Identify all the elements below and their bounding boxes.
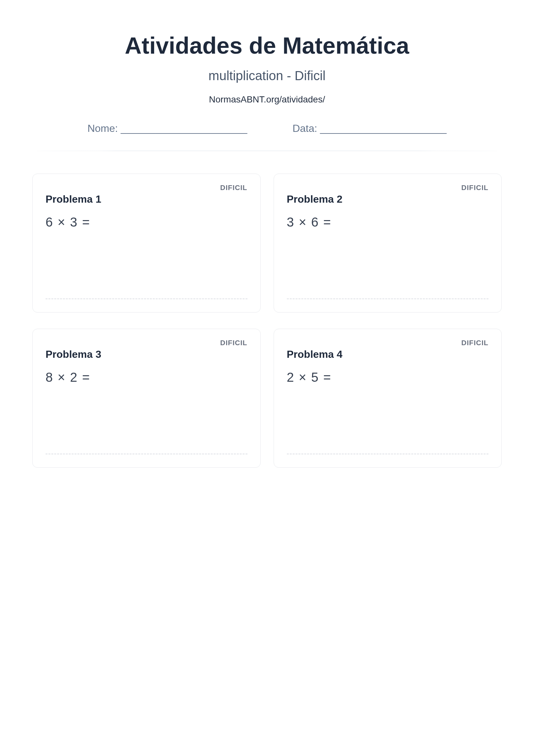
problem-label: Problema 3 xyxy=(45,348,247,361)
problem-label: Problema 2 xyxy=(287,193,489,205)
problem-card: DIFICIL Problema 1 6 × 3 = xyxy=(32,174,261,312)
student-info-row: Nome: ______________________ Data: _____… xyxy=(29,122,505,134)
problem-equation: 3 × 6 = xyxy=(287,215,489,230)
name-field: Nome: ______________________ xyxy=(88,122,247,134)
difficulty-badge: DIFICIL xyxy=(220,339,247,347)
problems-grid: DIFICIL Problema 1 6 × 3 = DIFICIL Probl… xyxy=(29,174,505,468)
problem-equation: 6 × 3 = xyxy=(45,215,247,230)
header-divider xyxy=(29,150,505,151)
problem-equation: 8 × 2 = xyxy=(45,370,247,385)
difficulty-badge: DIFICIL xyxy=(461,184,489,192)
answer-line xyxy=(45,453,247,454)
answer-line xyxy=(287,298,489,299)
source-url: NormasABNT.org/atividades/ xyxy=(29,94,505,105)
problem-label: Problema 4 xyxy=(287,348,489,361)
page-subtitle: multiplication - Dificil xyxy=(29,68,505,83)
answer-line xyxy=(45,298,247,299)
problem-card: DIFICIL Problema 2 3 × 6 = xyxy=(274,174,502,312)
difficulty-badge: DIFICIL xyxy=(461,339,489,347)
problem-card: DIFICIL Problema 4 2 × 5 = xyxy=(274,329,502,468)
date-field: Data: ______________________ xyxy=(292,122,446,134)
problem-card: DIFICIL Problema 3 8 × 2 = xyxy=(32,329,261,468)
problem-equation: 2 × 5 = xyxy=(287,370,489,385)
worksheet-header: Atividades de Matemática multiplication … xyxy=(29,32,505,134)
answer-line xyxy=(287,453,489,454)
page-title: Atividades de Matemática xyxy=(29,32,505,59)
difficulty-badge: DIFICIL xyxy=(220,184,247,192)
problem-label: Problema 1 xyxy=(45,193,247,205)
